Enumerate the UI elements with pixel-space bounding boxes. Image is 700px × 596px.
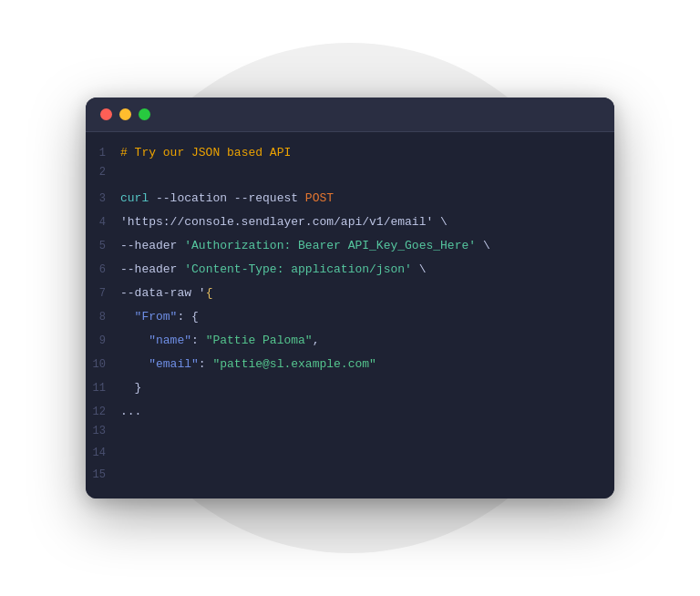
line-content: --data-raw '{	[120, 283, 614, 304]
maximize-dot[interactable]	[139, 108, 150, 120]
code-line: 6--header 'Content-Type: application/jso…	[86, 258, 614, 282]
line-number: 6	[86, 263, 120, 276]
code-window: 1# Try our JSON based API23curl --locati…	[86, 98, 614, 498]
line-content: # Try our JSON based API	[120, 142, 614, 164]
line-number: 1	[86, 147, 120, 159]
code-line: 10 "email": "pattie@sl.example.com"	[86, 353, 614, 376]
code-token: ,	[313, 334, 320, 347]
code-token: # Try our JSON	[120, 146, 227, 159]
code-token: POST	[305, 191, 334, 205]
minimize-dot[interactable]	[119, 108, 131, 120]
line-number: 11	[86, 382, 120, 395]
code-token: --header	[120, 239, 177, 252]
line-content: --header 'Content-Type: application/json…	[120, 259, 614, 281]
code-token: }	[120, 381, 141, 395]
code-token: :	[191, 334, 206, 347]
line-content: ...	[120, 401, 614, 423]
code-token: 'Authorization: Bearer API_Key_Goes_Here…	[177, 239, 476, 252]
line-number: 4	[86, 216, 120, 229]
line-number: 7	[86, 287, 120, 300]
code-token	[120, 334, 149, 347]
code-line: 4'https://console.sendlayer.com/api/v1/e…	[86, 211, 614, 234]
code-line: 15	[86, 468, 614, 489]
code-token: "pattie@sl.example.com"	[212, 357, 376, 371]
code-line: 14	[86, 446, 614, 468]
code-line: 1# Try our JSON based API	[86, 141, 614, 165]
line-content: --header 'Authorization: Bearer API_Key_…	[120, 235, 614, 257]
code-body: 1# Try our JSON based API23curl --locati…	[86, 132, 614, 498]
code-token: "name"	[149, 334, 191, 347]
close-dot[interactable]	[100, 108, 112, 120]
code-line: 8 "From": {	[86, 305, 614, 329]
code-line: 12...	[86, 400, 614, 424]
scene: 1# Try our JSON based API23curl --locati…	[0, 0, 700, 596]
line-number: 5	[86, 240, 120, 252]
code-token: ...	[120, 405, 141, 418]
code-token: based	[227, 146, 262, 159]
line-content: "From": {	[120, 306, 614, 328]
code-token: {	[206, 286, 213, 300]
code-token: "From"	[135, 310, 178, 324]
line-content: 'https://console.sendlayer.com/api/v1/em…	[120, 211, 614, 233]
line-number: 2	[86, 166, 120, 179]
code-token: "email"	[149, 357, 199, 371]
line-content: "email": "pattie@sl.example.com"	[120, 354, 614, 375]
code-line: 2	[86, 165, 614, 187]
code-token: curl	[120, 191, 149, 205]
code-token: API	[262, 146, 291, 159]
code-line: 13	[86, 424, 614, 446]
code-token: \	[412, 262, 427, 276]
code-line: 7--data-raw '{	[86, 282, 614, 305]
code-token: :	[199, 357, 213, 371]
code-token: --location --request	[149, 191, 305, 205]
code-line: 3curl --location --request POST	[86, 187, 614, 211]
code-token: 'https://console.sendlayer.com/api/v1/em…	[120, 215, 433, 229]
code-token: 'Content-Type: application/json'	[177, 262, 411, 276]
code-token: --header	[120, 262, 177, 276]
line-content: curl --location --request POST	[120, 188, 614, 210]
code-line: 5--header 'Authorization: Bearer API_Key…	[86, 234, 614, 258]
code-token	[120, 357, 149, 371]
line-content: "name": "Pattie Paloma",	[120, 330, 614, 352]
code-token: "Pattie Paloma"	[206, 334, 313, 347]
line-number: 9	[86, 334, 120, 347]
code-token: --data-raw '	[120, 286, 206, 300]
line-number: 3	[86, 192, 120, 205]
line-number: 12	[86, 406, 120, 418]
code-token: \	[476, 239, 490, 252]
line-number: 8	[86, 311, 120, 324]
window-wrapper: 1# Try our JSON based API23curl --locati…	[86, 98, 614, 498]
line-number: 15	[86, 468, 120, 481]
line-number: 13	[86, 425, 120, 437]
code-line: 9 "name": "Pattie Paloma",	[86, 329, 614, 353]
code-token	[120, 310, 135, 324]
code-token: : {	[177, 310, 198, 324]
line-number: 14	[86, 447, 120, 459]
titlebar	[86, 98, 614, 132]
code-line: 11 }	[86, 376, 614, 400]
code-token: \	[433, 215, 448, 229]
line-content: }	[120, 377, 614, 399]
line-number: 10	[86, 358, 120, 371]
